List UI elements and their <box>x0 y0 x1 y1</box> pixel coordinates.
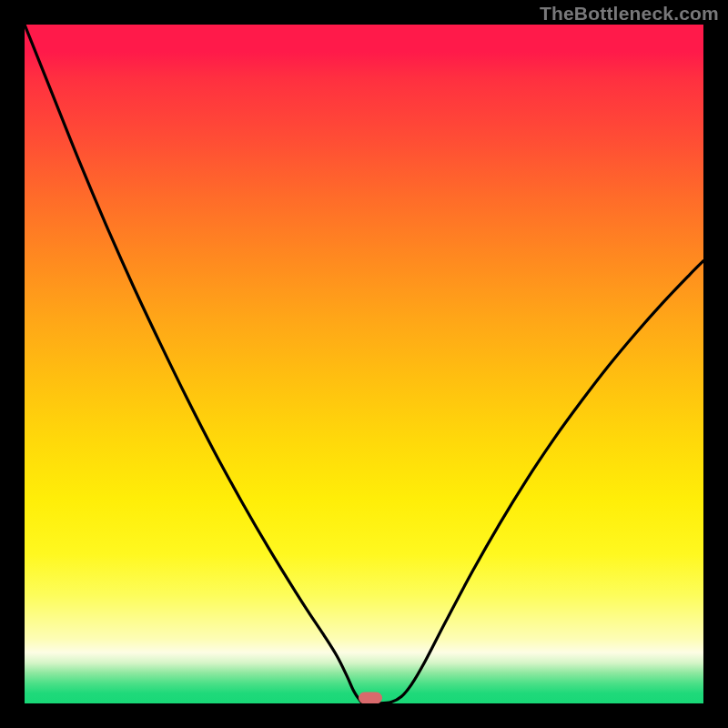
optimal-point-marker <box>359 693 382 704</box>
chart-frame: TheBottleneck.com <box>0 0 728 728</box>
watermark-text: TheBottleneck.com <box>540 3 719 25</box>
plot-area <box>25 25 703 703</box>
bottleneck-curve <box>25 25 703 703</box>
